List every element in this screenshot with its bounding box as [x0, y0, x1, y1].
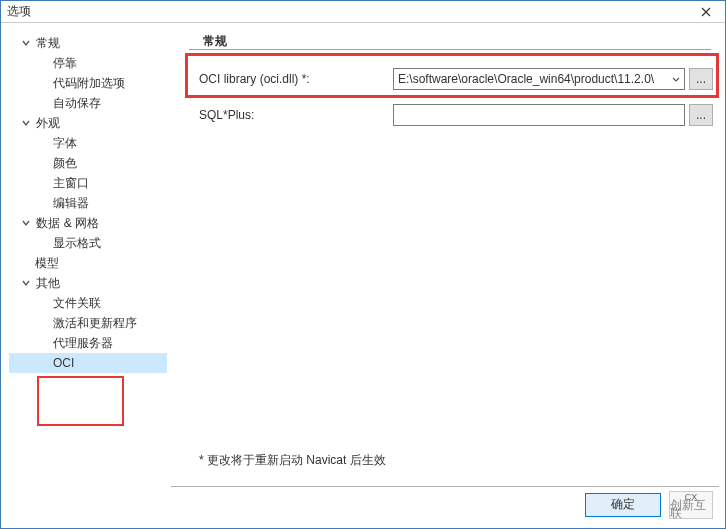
chevron-down-icon [19, 113, 33, 133]
oci-library-select[interactable]: E:\software\oracle\Oracle_win64\product\… [393, 68, 685, 90]
sqlplus-label: SQL*Plus: [199, 108, 389, 122]
restart-footnote: * 更改将于重新启动 Navicat 后生效 [199, 452, 386, 469]
tree-item-fileassoc[interactable]: 文件关联 [9, 293, 167, 313]
tree-item-datagrid[interactable]: 数据 & 网格 [9, 213, 167, 233]
tree-item-code-addon[interactable]: 代码附加选项 [9, 73, 167, 93]
section-divider [189, 49, 711, 50]
tree-item-oci[interactable]: OCI [9, 353, 167, 373]
window-title: 选项 [7, 3, 691, 20]
row-sqlplus: SQL*Plus: ... [171, 104, 725, 126]
footer: 确定 CX 创新互联 [171, 486, 719, 522]
section-header: 常规 [171, 33, 725, 50]
chevron-down-icon [672, 72, 680, 86]
titlebar: 选项 [1, 1, 725, 23]
close-button[interactable] [691, 1, 721, 23]
oci-library-label: OCI library (oci.dll) *: [199, 72, 389, 86]
tree-item-mainwindow[interactable]: 主窗口 [9, 173, 167, 193]
tree-panel: 常规 停靠 代码附加选项 自动保存 外观 字体 颜色 主窗口 编辑器 数据 & … [1, 23, 171, 485]
oci-browse-button[interactable]: ... [689, 68, 713, 90]
tree-item-displayformat[interactable]: 显示格式 [9, 233, 167, 253]
tree-item-autosave[interactable]: 自动保存 [9, 93, 167, 113]
tree-item-appearance[interactable]: 外观 [9, 113, 167, 133]
close-icon [701, 7, 711, 17]
tree-item-model[interactable]: 模型 [9, 253, 167, 273]
tree-item-other[interactable]: 其他 [9, 273, 167, 293]
ok-button[interactable]: 确定 [585, 493, 661, 517]
chevron-down-icon [19, 213, 33, 233]
watermark-logo: CX 创新互联 [669, 491, 713, 519]
body: 常规 停靠 代码附加选项 自动保存 外观 字体 颜色 主窗口 编辑器 数据 & … [1, 23, 725, 485]
tree-item-general[interactable]: 常规 [9, 33, 167, 53]
row-oci-library: OCI library (oci.dll) *: E:\software\ora… [171, 68, 725, 90]
tree-item-editor[interactable]: 编辑器 [9, 193, 167, 213]
nav-tree: 常规 停靠 代码附加选项 自动保存 外观 字体 颜色 主窗口 编辑器 数据 & … [9, 33, 167, 373]
tree-item-activation[interactable]: 激活和更新程序 [9, 313, 167, 333]
main-panel: 常规 OCI library (oci.dll) *: E:\software\… [171, 23, 725, 485]
tree-item-proxy[interactable]: 代理服务器 [9, 333, 167, 353]
sqlplus-input[interactable] [393, 104, 685, 126]
tree-item-color[interactable]: 颜色 [9, 153, 167, 173]
tree-item-font[interactable]: 字体 [9, 133, 167, 153]
chevron-down-icon [19, 273, 33, 293]
sqlplus-browse-button[interactable]: ... [689, 104, 713, 126]
oci-library-value: E:\software\oracle\Oracle_win64\product\… [398, 72, 654, 86]
chevron-down-icon [19, 33, 33, 53]
tree-item-dock[interactable]: 停靠 [9, 53, 167, 73]
